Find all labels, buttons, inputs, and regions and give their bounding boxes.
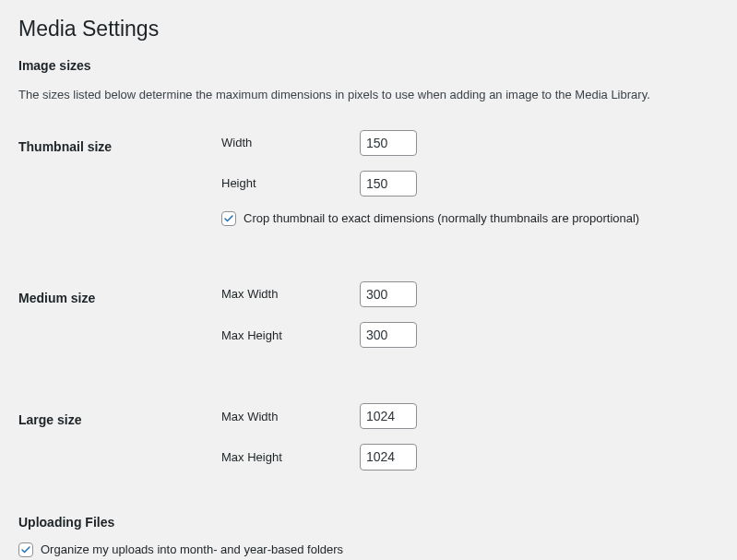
check-icon [20,544,31,555]
thumbnail-width-input[interactable] [360,130,417,156]
thumbnail-height-label: Height [221,176,360,190]
organize-uploads-label: Organize my uploads into month- and year… [41,542,343,556]
large-max-height-input[interactable] [360,444,417,470]
page-title: Media Settings [18,17,719,42]
medium-max-width-label: Max Width [221,287,360,301]
image-sizes-heading: Image sizes [18,58,719,73]
medium-size-label: Medium size [18,281,221,366]
crop-thumbnail-checkbox[interactable] [221,211,236,226]
crop-thumbnail-label: Crop thumbnail to exact dimensions (norm… [244,211,639,225]
medium-max-height-input[interactable] [360,322,417,348]
image-sizes-description: The sizes listed below determine the max… [18,86,719,104]
large-size-label: Large size [18,403,221,488]
large-max-width-input[interactable] [360,403,417,429]
medium-max-height-label: Max Height [221,328,360,342]
large-max-width-label: Max Width [221,410,360,423]
thumbnail-width-label: Width [221,136,360,149]
check-icon [223,213,234,224]
uploading-files-heading: Uploading Files [18,515,719,530]
thumbnail-size-label: Thumbnail size [18,130,221,244]
image-sizes-table: Thumbnail size Width Height Crop thumbna… [18,130,719,489]
organize-uploads-checkbox[interactable] [18,542,33,557]
large-max-height-label: Max Height [221,450,360,464]
thumbnail-height-input[interactable] [360,171,417,197]
medium-max-width-input[interactable] [360,281,417,307]
